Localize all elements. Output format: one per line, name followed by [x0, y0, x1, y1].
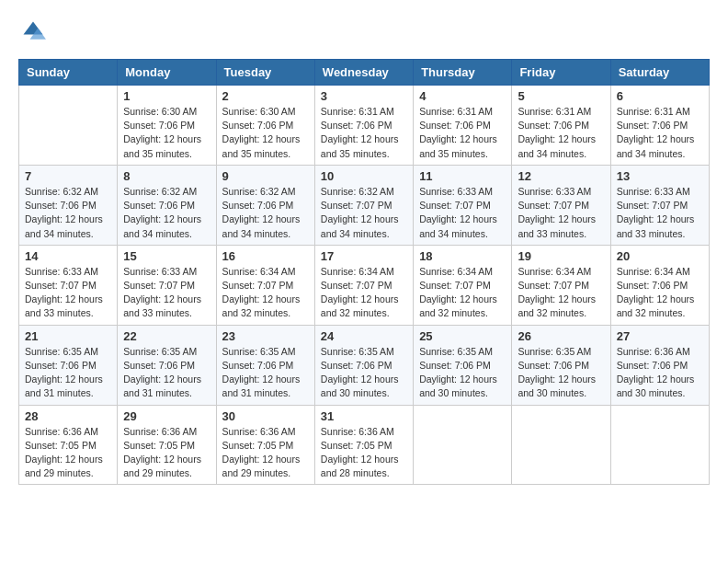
day-number: 29 — [123, 409, 210, 423]
calendar-cell: 23Sunrise: 6:35 AM Sunset: 7:06 PM Dayli… — [216, 325, 314, 405]
day-number: 2 — [222, 89, 309, 103]
day-info: Sunrise: 6:34 AM Sunset: 7:06 PM Dayligh… — [617, 265, 703, 321]
day-number: 6 — [617, 89, 703, 103]
day-info: Sunrise: 6:32 AM Sunset: 7:07 PM Dayligh… — [321, 185, 407, 241]
day-number: 28 — [25, 409, 111, 423]
day-number: 3 — [321, 89, 407, 103]
day-info: Sunrise: 6:36 AM Sunset: 7:06 PM Dayligh… — [617, 345, 703, 401]
day-info: Sunrise: 6:34 AM Sunset: 7:07 PM Dayligh… — [518, 265, 604, 321]
day-info: Sunrise: 6:31 AM Sunset: 7:06 PM Dayligh… — [419, 105, 506, 161]
day-info: Sunrise: 6:35 AM Sunset: 7:06 PM Dayligh… — [419, 345, 506, 401]
day-info: Sunrise: 6:35 AM Sunset: 7:06 PM Dayligh… — [25, 345, 111, 401]
calendar-cell — [19, 86, 118, 166]
calendar-cell: 15Sunrise: 6:33 AM Sunset: 7:07 PM Dayli… — [118, 245, 216, 325]
calendar-cell — [512, 405, 610, 485]
day-number: 4 — [419, 89, 506, 103]
calendar-cell: 19Sunrise: 6:34 AM Sunset: 7:07 PM Dayli… — [512, 245, 610, 325]
day-number: 26 — [518, 329, 604, 343]
day-info: Sunrise: 6:36 AM Sunset: 7:05 PM Dayligh… — [222, 425, 309, 481]
calendar-week-row: 28Sunrise: 6:36 AM Sunset: 7:05 PM Dayli… — [19, 405, 710, 485]
calendar-cell: 9Sunrise: 6:32 AM Sunset: 7:06 PM Daylig… — [216, 165, 314, 245]
calendar-cell: 6Sunrise: 6:31 AM Sunset: 7:06 PM Daylig… — [610, 86, 709, 166]
calendar-cell: 14Sunrise: 6:33 AM Sunset: 7:07 PM Dayli… — [19, 245, 118, 325]
day-info: Sunrise: 6:33 AM Sunset: 7:07 PM Dayligh… — [123, 265, 210, 321]
calendar-cell: 18Sunrise: 6:34 AM Sunset: 7:07 PM Dayli… — [414, 245, 512, 325]
day-info: Sunrise: 6:30 AM Sunset: 7:06 PM Dayligh… — [123, 105, 210, 161]
day-info: Sunrise: 6:31 AM Sunset: 7:06 PM Dayligh… — [321, 105, 407, 161]
calendar-cell: 24Sunrise: 6:35 AM Sunset: 7:06 PM Dayli… — [314, 325, 413, 405]
day-info: Sunrise: 6:33 AM Sunset: 7:07 PM Dayligh… — [419, 185, 506, 241]
day-info: Sunrise: 6:36 AM Sunset: 7:05 PM Dayligh… — [321, 425, 407, 481]
day-info: Sunrise: 6:33 AM Sunset: 7:07 PM Dayligh… — [617, 185, 703, 241]
day-number: 7 — [25, 169, 111, 183]
calendar-cell: 28Sunrise: 6:36 AM Sunset: 7:05 PM Dayli… — [19, 405, 118, 485]
day-number: 12 — [518, 169, 604, 183]
calendar-cell: 13Sunrise: 6:33 AM Sunset: 7:07 PM Dayli… — [610, 165, 709, 245]
day-number: 30 — [222, 409, 309, 423]
col-header-friday: Friday — [512, 60, 610, 86]
day-number: 8 — [123, 169, 210, 183]
calendar-week-row: 21Sunrise: 6:35 AM Sunset: 7:06 PM Dayli… — [19, 325, 710, 405]
calendar-cell: 27Sunrise: 6:36 AM Sunset: 7:06 PM Dayli… — [610, 325, 709, 405]
day-number: 11 — [419, 169, 506, 183]
col-header-monday: Monday — [118, 60, 216, 86]
day-number: 31 — [321, 409, 407, 423]
calendar-cell: 2Sunrise: 6:30 AM Sunset: 7:06 PM Daylig… — [216, 86, 314, 166]
calendar-cell: 21Sunrise: 6:35 AM Sunset: 7:06 PM Dayli… — [19, 325, 118, 405]
day-number: 10 — [321, 169, 407, 183]
day-info: Sunrise: 6:30 AM Sunset: 7:06 PM Dayligh… — [222, 105, 309, 161]
col-header-tuesday: Tuesday — [216, 60, 314, 86]
logo — [18, 18, 50, 44]
calendar-cell: 7Sunrise: 6:32 AM Sunset: 7:06 PM Daylig… — [19, 165, 118, 245]
day-info: Sunrise: 6:34 AM Sunset: 7:07 PM Dayligh… — [321, 265, 407, 321]
day-info: Sunrise: 6:31 AM Sunset: 7:06 PM Dayligh… — [617, 105, 703, 161]
logo-icon — [20, 18, 46, 44]
day-info: Sunrise: 6:32 AM Sunset: 7:06 PM Dayligh… — [25, 185, 111, 241]
calendar-cell: 1Sunrise: 6:30 AM Sunset: 7:06 PM Daylig… — [118, 86, 216, 166]
calendar-cell: 5Sunrise: 6:31 AM Sunset: 7:06 PM Daylig… — [512, 86, 610, 166]
page: SundayMondayTuesdayWednesdayThursdayFrid… — [0, 0, 728, 503]
day-number: 22 — [123, 329, 210, 343]
col-header-wednesday: Wednesday — [314, 60, 413, 86]
day-number: 16 — [222, 249, 309, 263]
day-number: 25 — [419, 329, 506, 343]
day-info: Sunrise: 6:34 AM Sunset: 7:07 PM Dayligh… — [222, 265, 309, 321]
day-info: Sunrise: 6:33 AM Sunset: 7:07 PM Dayligh… — [518, 185, 604, 241]
calendar-cell: 8Sunrise: 6:32 AM Sunset: 7:06 PM Daylig… — [118, 165, 216, 245]
day-number: 27 — [617, 329, 703, 343]
day-info: Sunrise: 6:32 AM Sunset: 7:06 PM Dayligh… — [222, 185, 309, 241]
calendar-cell: 20Sunrise: 6:34 AM Sunset: 7:06 PM Dayli… — [610, 245, 709, 325]
calendar-cell: 10Sunrise: 6:32 AM Sunset: 7:07 PM Dayli… — [314, 165, 413, 245]
day-number: 23 — [222, 329, 309, 343]
day-info: Sunrise: 6:36 AM Sunset: 7:05 PM Dayligh… — [25, 425, 111, 481]
day-info: Sunrise: 6:35 AM Sunset: 7:06 PM Dayligh… — [222, 345, 309, 401]
day-info: Sunrise: 6:35 AM Sunset: 7:06 PM Dayligh… — [321, 345, 407, 401]
day-number: 18 — [419, 249, 506, 263]
calendar-week-row: 1Sunrise: 6:30 AM Sunset: 7:06 PM Daylig… — [19, 86, 710, 166]
day-number: 21 — [25, 329, 111, 343]
day-info: Sunrise: 6:34 AM Sunset: 7:07 PM Dayligh… — [419, 265, 506, 321]
day-info: Sunrise: 6:35 AM Sunset: 7:06 PM Dayligh… — [518, 345, 604, 401]
day-number: 5 — [518, 89, 604, 103]
day-number: 1 — [123, 89, 210, 103]
day-info: Sunrise: 6:36 AM Sunset: 7:05 PM Dayligh… — [123, 425, 210, 481]
header — [18, 18, 710, 44]
calendar-week-row: 14Sunrise: 6:33 AM Sunset: 7:07 PM Dayli… — [19, 245, 710, 325]
calendar-cell: 12Sunrise: 6:33 AM Sunset: 7:07 PM Dayli… — [512, 165, 610, 245]
col-header-sunday: Sunday — [19, 60, 118, 86]
calendar-week-row: 7Sunrise: 6:32 AM Sunset: 7:06 PM Daylig… — [19, 165, 710, 245]
day-info: Sunrise: 6:35 AM Sunset: 7:06 PM Dayligh… — [123, 345, 210, 401]
calendar-cell: 11Sunrise: 6:33 AM Sunset: 7:07 PM Dayli… — [414, 165, 512, 245]
day-number: 14 — [25, 249, 111, 263]
calendar-cell: 26Sunrise: 6:35 AM Sunset: 7:06 PM Dayli… — [512, 325, 610, 405]
calendar-cell — [610, 405, 709, 485]
calendar-cell: 29Sunrise: 6:36 AM Sunset: 7:05 PM Dayli… — [118, 405, 216, 485]
calendar-cell: 25Sunrise: 6:35 AM Sunset: 7:06 PM Dayli… — [414, 325, 512, 405]
calendar-cell: 4Sunrise: 6:31 AM Sunset: 7:06 PM Daylig… — [414, 86, 512, 166]
calendar-cell: 16Sunrise: 6:34 AM Sunset: 7:07 PM Dayli… — [216, 245, 314, 325]
calendar-cell: 30Sunrise: 6:36 AM Sunset: 7:05 PM Dayli… — [216, 405, 314, 485]
col-header-thursday: Thursday — [414, 60, 512, 86]
day-number: 17 — [321, 249, 407, 263]
day-info: Sunrise: 6:33 AM Sunset: 7:07 PM Dayligh… — [25, 265, 111, 321]
day-number: 15 — [123, 249, 210, 263]
